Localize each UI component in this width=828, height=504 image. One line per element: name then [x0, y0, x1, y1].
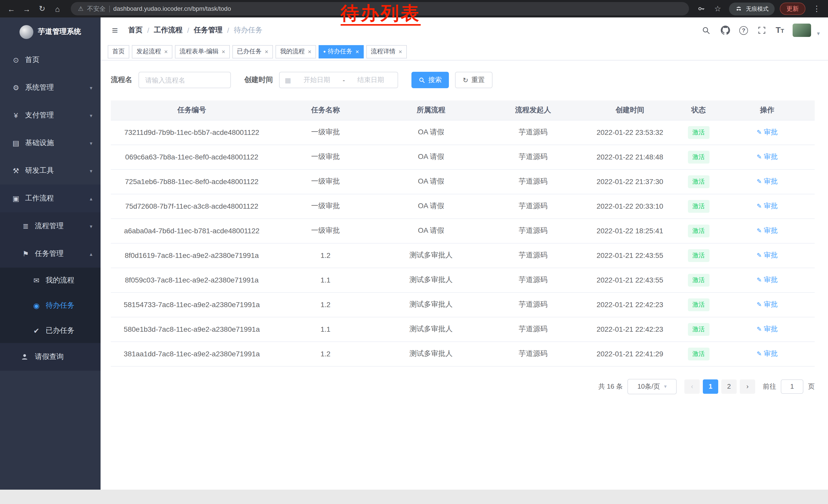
approve-link[interactable]: ✎审批 — [757, 325, 778, 334]
tab-my-process[interactable]: 我的流程× — [276, 45, 316, 58]
browser-forward-icon[interactable]: → — [20, 4, 33, 13]
security-label: 不安全 — [87, 4, 106, 13]
chevron-up-icon: ▴ — [90, 251, 92, 257]
browser-home-icon[interactable]: ⌂ — [51, 4, 64, 13]
approve-link[interactable]: ✎审批 — [757, 152, 778, 162]
tab-process-detail[interactable]: 流程详情× — [366, 45, 407, 58]
task-id-cell: 8f059c03-7ac8-11ec-a9e2-a2380e71991a — [111, 268, 273, 292]
create-time-cell: 2022-01-21 22:41:29 — [582, 341, 677, 366]
start-date-placeholder: 开始日期 — [295, 75, 339, 85]
breadcrumb-separator: / — [227, 26, 229, 34]
browser-reload-icon[interactable]: ↻ — [36, 4, 48, 13]
approve-link[interactable]: ✎审批 — [757, 201, 778, 211]
task-id-cell: 58154733-7ac8-11ec-a9e2-a2380e71991a — [111, 292, 273, 317]
sidebar-item-workflow[interactable]: ▣ 工作流程 ▴ — [0, 185, 100, 212]
status-badge: 激活 — [688, 274, 709, 286]
sidebar-item-label: 支付管理 — [25, 111, 54, 120]
tab-home[interactable]: 首页 — [108, 45, 129, 58]
sidebar-item-process-management[interactable]: ≣ 流程管理 ▾ — [0, 212, 100, 240]
prev-page-button[interactable]: ‹ — [685, 379, 700, 394]
status-badge: 激活 — [688, 175, 709, 188]
sidebar-item-devtools[interactable]: ⚒ 研发工具 ▾ — [0, 157, 100, 185]
page-1-button[interactable]: 1 — [703, 379, 718, 394]
not-secure-warning-icon: ⚠ — [78, 5, 84, 12]
table-row: 725a1eb6-7b88-11ec-8ef0-acde48001122 一级审… — [111, 169, 815, 194]
update-button[interactable]: 更新 — [780, 3, 805, 15]
approve-link[interactable]: ✎审批 — [757, 177, 778, 186]
eye-icon: ◉ — [32, 301, 41, 310]
logo-avatar — [19, 25, 33, 39]
sidebar-item-task-management[interactable]: ⚑ 任务管理 ▴ — [0, 240, 100, 268]
chevron-down-icon: ▾ — [90, 140, 92, 146]
page-2-button[interactable]: 2 — [721, 379, 737, 394]
task-name-cell: 1.2 — [273, 341, 378, 366]
sidebar-item-payment[interactable]: ¥ 支付管理 ▾ — [0, 101, 100, 129]
font-size-icon[interactable]: TT — [776, 26, 784, 35]
approve-link[interactable]: ✎审批 — [757, 128, 778, 137]
close-icon[interactable]: × — [356, 48, 359, 55]
sidebar-collapse-icon[interactable]: ≡ — [109, 25, 121, 36]
approve-link[interactable]: ✎审批 — [757, 275, 778, 284]
sidebar-item-label: 系统管理 — [25, 83, 54, 92]
search-icon[interactable] — [701, 25, 711, 35]
search-button[interactable]: 搜索 — [411, 72, 449, 88]
close-icon[interactable]: × — [222, 48, 225, 55]
pencil-icon: ✎ — [757, 202, 762, 210]
process-name-input[interactable] — [138, 72, 231, 88]
column-header-starter: 流程发起人 — [484, 100, 582, 120]
sidebar-item-infrastructure[interactable]: ▤ 基础设施 ▾ — [0, 129, 100, 157]
starter-cell: 芋道源码 — [484, 317, 582, 341]
task-id-cell: 8f0d1619-7ac8-11ec-a9e2-a2380e71991a — [111, 243, 273, 268]
chevron-down-icon: ▾ — [90, 223, 92, 229]
bookmark-star-icon[interactable]: ☆ — [711, 4, 724, 13]
chevron-down-icon: ▾ — [90, 112, 92, 118]
tab-process-form-edit[interactable]: 流程表单-编辑× — [175, 45, 230, 58]
browser-back-icon[interactable]: ← — [5, 4, 17, 13]
app-logo[interactable]: 芋道管理系统 — [0, 17, 100, 46]
tab-todo-tasks[interactable]: ●待办任务× — [319, 45, 364, 58]
starter-cell: 芋道源码 — [484, 145, 582, 169]
page-unit-label: 页 — [808, 382, 815, 391]
close-icon[interactable]: × — [164, 48, 168, 55]
approve-link[interactable]: ✎审批 — [757, 251, 778, 260]
tab-done-tasks[interactable]: 已办任务× — [233, 45, 273, 58]
page-size-select[interactable]: 10条/页 ▾ — [627, 379, 677, 394]
sidebar-item-system[interactable]: ⚙ 系统管理 ▾ — [0, 74, 100, 101]
close-icon[interactable]: × — [399, 48, 402, 55]
user-avatar[interactable] — [793, 24, 811, 37]
help-icon[interactable]: ? — [739, 26, 748, 35]
chevron-down-icon: ▾ — [90, 168, 92, 174]
task-id-cell: 580e1b3d-7ac8-11ec-a9e2-a2380e71991a — [111, 317, 273, 341]
sidebar-item-home[interactable]: ⊙ 首页 — [0, 46, 100, 74]
password-key-icon[interactable] — [696, 4, 706, 14]
process-cell: OA 请假 — [378, 145, 484, 169]
sidebar-item-my-process[interactable]: ✉ 我的流程 — [0, 268, 100, 293]
fullscreen-icon[interactable] — [757, 25, 767, 35]
sidebar-item-label: 研发工具 — [25, 166, 54, 175]
breadcrumb-item[interactable]: 任务管理 — [194, 26, 223, 35]
next-page-button[interactable]: › — [740, 379, 755, 394]
avatar-caret-icon[interactable]: ▾ — [817, 30, 820, 37]
close-icon[interactable]: × — [265, 48, 268, 55]
github-icon[interactable] — [720, 25, 731, 35]
reset-button[interactable]: ↻ 重置 — [455, 72, 493, 88]
tab-start-process[interactable]: 发起流程× — [132, 45, 172, 58]
close-icon[interactable]: × — [308, 48, 312, 55]
approve-link[interactable]: ✎审批 — [757, 226, 778, 235]
sidebar-item-todo-tasks[interactable]: ◉ 待办任务 — [0, 293, 100, 318]
task-submenu: ✉ 我的流程 ◉ 待办任务 ✔ 已办任务 — [0, 268, 100, 343]
date-range-picker[interactable]: ▦ 开始日期 - 结束日期 — [279, 72, 398, 88]
goto-page-input[interactable] — [781, 379, 803, 394]
task-name-cell: 1.2 — [273, 292, 378, 317]
browser-menu-icon[interactable]: ⋮ — [811, 4, 823, 13]
approve-link[interactable]: ✎审批 — [757, 349, 778, 358]
breadcrumb-item[interactable]: 首页 — [128, 26, 142, 35]
sidebar-item-done-tasks[interactable]: ✔ 已办任务 — [0, 318, 100, 343]
table-row: 8f059c03-7ac8-11ec-a9e2-a2380e71991a 1.1… — [111, 268, 815, 292]
sidebar-item-leave-query[interactable]: 请假查询 — [0, 343, 100, 371]
pagination-total: 共 16 条 — [598, 382, 623, 391]
chevron-up-icon: ▴ — [90, 196, 92, 201]
breadcrumb-item[interactable]: 工作流程 — [154, 26, 182, 35]
status-badge: 激活 — [688, 224, 709, 237]
approve-link[interactable]: ✎审批 — [757, 300, 778, 309]
